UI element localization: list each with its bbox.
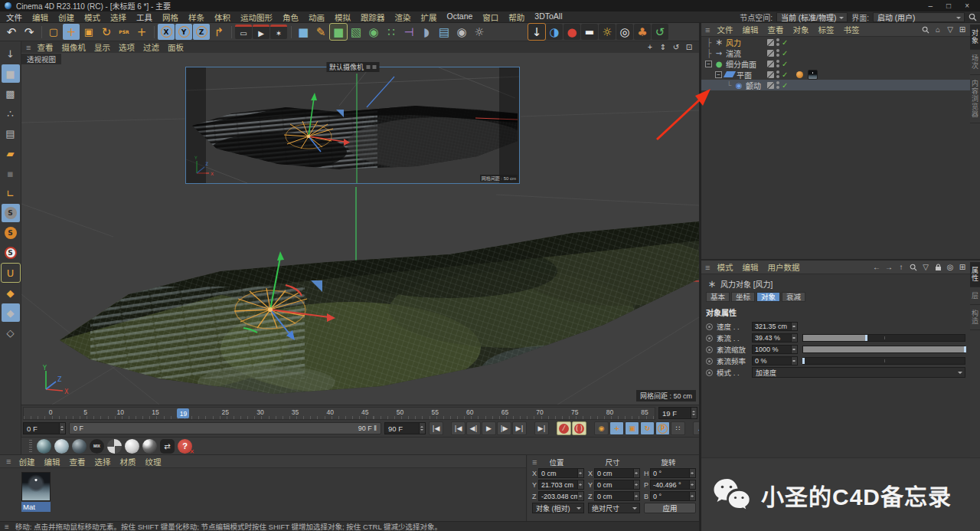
property-value-field[interactable]: 1000 %: [752, 345, 798, 354]
property-value-field[interactable]: 39.43 %: [752, 333, 798, 343]
menubar-item[interactable]: 扩展: [421, 11, 437, 23]
spline-pen-icon[interactable]: ✎: [312, 24, 329, 40]
am-menu-item[interactable]: 用户数据: [767, 261, 799, 273]
coordinate-field[interactable]: 0 cm: [538, 468, 584, 478]
frame-spinner[interactable]: [691, 408, 697, 418]
menubar-item[interactable]: 角色: [283, 11, 299, 23]
am-menu-item[interactable]: 编辑: [742, 261, 758, 273]
key-parameter-button[interactable]: P: [655, 421, 670, 435]
object-name[interactable]: 风力: [726, 37, 741, 48]
spline-boole-icon[interactable]: ⊣: [400, 24, 417, 40]
prev-key-button[interactable]: |◀: [451, 421, 466, 435]
om-menu-item[interactable]: 对象: [792, 24, 808, 35]
menubar-item[interactable]: 渲染: [395, 11, 411, 23]
autokey-button[interactable]: ( ): [572, 421, 586, 435]
octane-scatter-icon[interactable]: ♣: [634, 24, 651, 40]
prev-frame-button[interactable]: ◀|: [466, 421, 481, 435]
coordinate-spinner[interactable]: [689, 492, 695, 500]
coordinate-spinner[interactable]: [689, 480, 695, 489]
panel-tab-inactive[interactable]: 内容浏览器: [970, 75, 980, 123]
end-spinner[interactable]: [419, 423, 425, 434]
x-axis-lock-icon[interactable]: X: [158, 24, 175, 40]
psr-history-icon[interactable]: PSR: [116, 24, 132, 40]
material-menu-icon[interactable]: ≡: [6, 457, 11, 466]
mode-dropdown[interactable]: 加速度: [752, 367, 965, 378]
enable-check[interactable]: ✓: [782, 49, 788, 57]
render-view-icon[interactable]: ▭: [235, 25, 252, 39]
z-axis-lock-icon[interactable]: Z: [193, 24, 210, 40]
goto-start-button[interactable]: |◀: [429, 421, 443, 435]
om-menu-item[interactable]: 文件: [717, 24, 733, 35]
property-value-field[interactable]: 321.35 cm: [752, 322, 798, 331]
panel-tab-inactive[interactable]: 构造: [970, 305, 980, 330]
record-keyframe-button[interactable]: ⁄: [557, 421, 571, 435]
deformers-icon[interactable]: ◉: [365, 24, 382, 40]
layer-toggle[interactable]: [767, 61, 774, 67]
attribute-tab[interactable]: 坐标: [731, 292, 755, 302]
rotate-view-icon[interactable]: ↺: [671, 43, 681, 52]
magnet-snap-icon[interactable]: U: [2, 264, 20, 282]
redo-icon[interactable]: ↷: [21, 24, 38, 40]
menubar-item[interactable]: 文件: [6, 11, 22, 23]
node-space-select[interactable]: 当前 (标准/物理): [776, 12, 848, 22]
value-spinner[interactable]: [791, 357, 797, 365]
keyframe-circle-icon[interactable]: [706, 335, 713, 342]
coordinates-menu-icon[interactable]: ≡: [532, 457, 537, 467]
keyframe-circle-icon[interactable]: [706, 369, 713, 376]
coordinate-mode-select[interactable]: 对象 (相对): [532, 503, 584, 513]
coordinate-spinner[interactable]: [633, 480, 639, 489]
slider-handle[interactable]: [865, 335, 867, 341]
material-preview-3[interactable]: [72, 439, 87, 454]
material-preview-2[interactable]: [54, 439, 69, 454]
coordinate-spinner[interactable]: [577, 480, 583, 489]
end-frame-field[interactable]: 90 F: [384, 422, 426, 434]
menubar-item[interactable]: 网格: [162, 11, 178, 23]
object-name[interactable]: 颤动: [746, 80, 761, 91]
object-row[interactable]: ├⇝湍流✓: [701, 48, 970, 58]
material-menu-item[interactable]: 编辑: [44, 456, 60, 467]
object-name[interactable]: 平面: [737, 69, 752, 80]
object-name[interactable]: 湍流: [726, 48, 741, 59]
subdivision-surface-icon[interactable]: ■: [330, 24, 347, 40]
layer-toggle[interactable]: [767, 71, 774, 78]
property-slider[interactable]: [802, 357, 965, 365]
octane-dialog-icon[interactable]: ↓: [528, 24, 545, 40]
attribute-tab[interactable]: 对象: [756, 292, 780, 302]
scale-tool-icon[interactable]: ▣: [80, 24, 97, 40]
coordinate-spinner[interactable]: [689, 469, 695, 477]
key-pla-button[interactable]: ∷: [671, 421, 685, 435]
object-row[interactable]: ├∗风力✓: [701, 37, 970, 48]
enable-check[interactable]: ✓: [782, 38, 788, 47]
apply-button[interactable]: 应用: [644, 503, 696, 513]
camera-preview-title[interactable]: 默认摄像机: [326, 62, 379, 72]
property-slider[interactable]: [802, 334, 965, 342]
expand-toggle[interactable]: −: [715, 71, 722, 78]
object-row[interactable]: −平面✓: [701, 69, 970, 80]
play-button[interactable]: ▶: [482, 421, 496, 435]
value-spinner[interactable]: [791, 323, 797, 330]
slider-handle[interactable]: [964, 346, 966, 352]
camera-preview-button[interactable]: [366, 65, 370, 69]
camera-preview-button2[interactable]: [372, 65, 376, 69]
material-preview-white[interactable]: [125, 439, 139, 454]
viewport-menu-item[interactable]: 面板: [168, 41, 184, 53]
panel-tab-inactive[interactable]: 层: [970, 287, 980, 305]
view-label[interactable]: 透视视图: [21, 54, 61, 64]
search-icon[interactable]: [969, 13, 977, 21]
keyframe-circle-icon[interactable]: [706, 346, 713, 353]
coordinate-field[interactable]: 0 cm: [594, 480, 640, 490]
attribute-tab[interactable]: 基本: [706, 292, 730, 302]
visibility-dots[interactable]: [776, 49, 779, 57]
value-spinner[interactable]: [791, 346, 797, 353]
coordinate-field[interactable]: 0 cm: [594, 468, 640, 478]
snap-3d-icon[interactable]: S: [2, 244, 20, 262]
panel-tab-active[interactable]: 属性: [970, 262, 980, 287]
om-filter-icon[interactable]: ▽: [946, 25, 955, 34]
octane-material-icon[interactable]: ▬: [581, 24, 598, 40]
expand-toggle[interactable]: −: [705, 61, 712, 67]
menubar-item[interactable]: 跟踪器: [361, 11, 385, 23]
am-back-icon[interactable]: ←: [872, 263, 881, 271]
menubar-item[interactable]: 模拟: [335, 11, 351, 23]
am-forward-icon[interactable]: →: [884, 263, 893, 271]
coordinate-spinner[interactable]: [633, 492, 639, 500]
